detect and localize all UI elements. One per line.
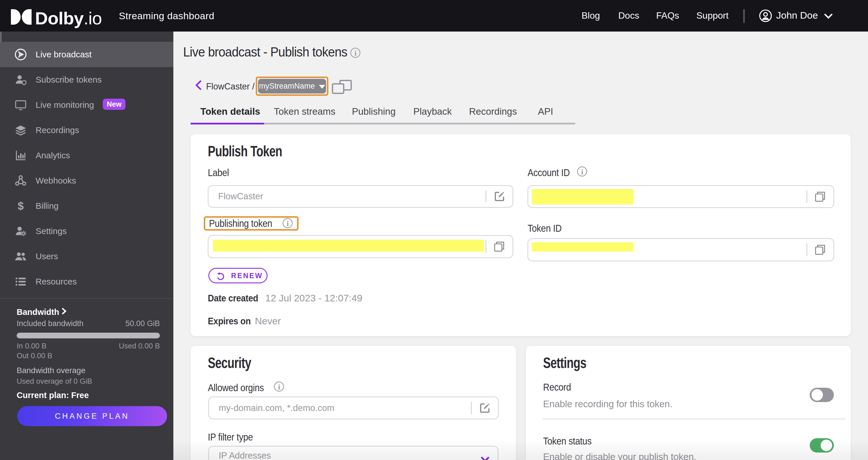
svg-text:i: i (581, 168, 583, 176)
svg-text:i: i (278, 383, 280, 391)
svg-text:i: i (287, 219, 289, 228)
svg-text:i: i (354, 49, 356, 57)
